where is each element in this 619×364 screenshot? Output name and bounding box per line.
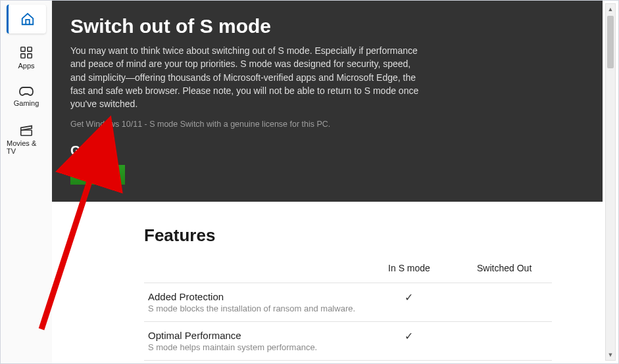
column-header-switched: Switched Out [457,258,552,283]
row-switched-cell [457,361,552,363]
features-heading: Features [144,225,583,246]
check-icon: ✓ [362,361,457,363]
check-icon: ✓ [362,283,457,322]
table-row: Only Verified Applications Allowed Appli… [144,361,552,363]
vertical-scrollbar[interactable]: ▲ ▼ [605,3,616,361]
sidebar-item-gaming[interactable]: Gaming [7,85,46,107]
scroll-down-icon[interactable]: ▼ [606,350,615,360]
svg-rect-4 [21,130,32,135]
sidebar: Apps Gaming Movies & TV [1,1,52,363]
table-row: Added Protection S mode blocks the insta… [144,283,552,322]
feature-title: Optimal Performance [148,330,358,341]
check-icon: ✓ [362,322,457,361]
apps-icon [19,45,34,60]
hero-subnote: Get Windows 10/11 - S mode Switch with a… [70,120,582,129]
get-button[interactable]: Get [70,165,125,185]
home-icon [20,12,35,26]
feature-subtitle: S mode blocks the installation of ransom… [148,304,358,313]
sidebar-item-apps[interactable]: Apps [7,45,46,70]
svg-rect-2 [21,54,25,58]
svg-rect-3 [28,54,32,58]
feature-title: Added Protection [148,291,358,302]
app-window: Apps Gaming Movies & TV Switch out of S … [0,0,619,364]
main-content: Switch out of S mode You may want to thi… [52,1,603,363]
hero-description: You may want to think twice about switch… [70,44,426,110]
sidebar-item-movies[interactable]: Movies & TV [7,123,46,155]
row-switched-cell [457,322,552,361]
gaming-icon [18,85,34,97]
sidebar-label-apps: Apps [18,62,34,70]
feature-subtitle: S mode helps maintain system performance… [148,342,358,352]
scroll-up-icon[interactable]: ▲ [606,4,615,14]
get-heading: Get [70,143,582,158]
svg-rect-0 [21,47,25,51]
table-row: Optimal Performance S mode helps maintai… [144,322,552,361]
column-header-smode: In S mode [362,258,457,283]
features-table: In S mode Switched Out Added Protection … [144,258,552,363]
features-section: Features In S mode Switched Out Added Pr… [52,202,603,363]
scroll-thumb[interactable] [607,16,614,68]
sidebar-item-home[interactable] [7,5,46,34]
row-switched-cell [457,283,552,322]
page-title: Switch out of S mode [70,15,582,37]
sidebar-label-movies: Movies & TV [7,139,46,155]
svg-rect-1 [28,47,32,51]
sidebar-label-gaming: Gaming [14,99,39,107]
hero-panel: Switch out of S mode You may want to thi… [52,1,603,202]
movies-icon [19,123,34,137]
